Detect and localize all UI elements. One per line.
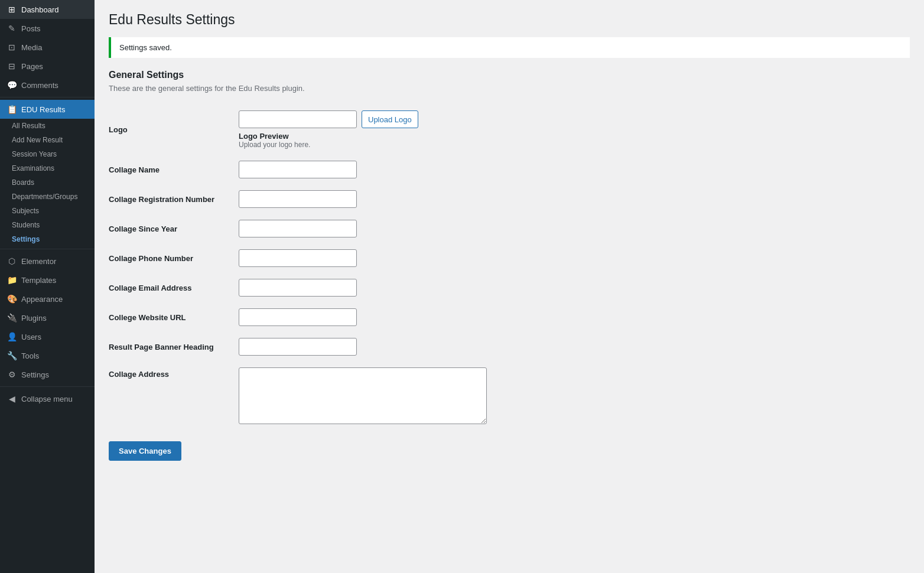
college-website-row: College Website URL [109,302,910,332]
collage-since-year-label: Collage Since Year [109,214,239,243]
sidebar-subitem-label: Session Years [12,150,57,158]
sidebar-subitem-label: Settings [12,235,40,243]
sidebar-subitem-departments-groups[interactable]: Departments/Groups [0,190,95,204]
sidebar-subitem-students[interactable]: Students [0,218,95,232]
appearance-icon: 🎨 [7,294,17,304]
sidebar-item-pages[interactable]: ⊟ Pages [0,57,95,76]
collage-registration-field-cell [239,184,910,214]
college-website-input[interactable] [239,308,357,326]
settings-icon: ⚙ [7,370,17,379]
sidebar-item-label: Posts [21,24,41,33]
sidebar-item-label: Collapse menu [21,395,73,403]
collage-registration-label: Collage Registration Number [109,184,239,214]
sidebar-subitem-label: Boards [12,178,34,187]
logo-input-row: Upload Logo [239,110,910,128]
sidebar-subitem-add-new-result[interactable]: Add New Result [0,133,95,147]
sidebar-item-label: Appearance [21,295,63,304]
logo-row: Logo Upload Logo Logo Preview Upload you… [109,105,910,155]
pages-icon: ⊟ [7,61,17,71]
sidebar-item-label: EDU Results [21,105,65,114]
notice-text: Settings saved. [119,43,172,52]
sidebar-item-dashboard[interactable]: ⊞ Dashboard [0,0,95,19]
result-banner-field-cell [239,332,910,362]
collage-since-year-row: Collage Since Year [109,214,910,243]
sidebar-item-collapse-menu[interactable]: ◀ Collapse menu [0,389,95,408]
collage-name-field-cell [239,155,910,184]
sidebar-subitem-label: All Results [12,122,45,130]
tools-icon: 🔧 [7,351,17,360]
sidebar-subitem-label: Students [12,221,40,229]
plugins-icon: 🔌 [7,313,17,323]
sidebar-item-label: Pages [21,62,43,71]
sidebar-subitem-examinations[interactable]: Examinations [0,161,95,175]
elementor-icon: ⬡ [7,256,17,266]
media-icon: ⊡ [7,43,17,52]
sidebar-item-comments[interactable]: 💬 Comments [0,76,95,95]
college-website-label: College Website URL [109,302,239,332]
section-title: General Settings [109,70,910,80]
sidebar-item-label: Dashboard [21,5,59,14]
collage-address-label: Collage Address [109,362,239,432]
sidebar-item-templates[interactable]: 📁 Templates [0,271,95,289]
collage-phone-input[interactable] [239,249,357,267]
logo-label: Logo [109,105,239,155]
result-banner-row: Result Page Banner Heading [109,332,910,362]
collage-since-year-input[interactable] [239,220,357,237]
logo-preview-label: Logo Preview [239,132,289,141]
collage-address-textarea[interactable] [239,367,487,424]
collage-name-input[interactable] [239,161,357,178]
sidebar-item-appearance[interactable]: 🎨 Appearance [0,289,95,308]
result-banner-input[interactable] [239,338,357,356]
sidebar-subitem-settings[interactable]: Settings [0,232,95,246]
sidebar-subitem-session-years[interactable]: Session Years [0,147,95,161]
collage-email-row: Collage Email Address [109,273,910,302]
collage-phone-field-cell [239,243,910,273]
collage-address-field-cell [239,362,910,432]
collage-phone-label: Collage Phone Number [109,243,239,273]
save-changes-button[interactable]: Save Changes [109,441,181,461]
sidebar-item-label: Comments [21,81,58,90]
sidebar-subitem-label: Add New Result [12,136,63,144]
sidebar-item-users[interactable]: 👤 Users [0,327,95,346]
upload-logo-button[interactable]: Upload Logo [362,110,418,128]
sidebar-item-label: Settings [21,370,49,379]
users-icon: 👤 [7,332,17,341]
section-description: These are the general settings for the E… [109,84,910,93]
edu-results-icon: 📋 [7,105,17,114]
logo-field-cell: Upload Logo Logo Preview Upload your log… [239,105,910,155]
templates-icon: 📁 [7,275,17,285]
sidebar-item-tools[interactable]: 🔧 Tools [0,346,95,365]
sidebar-item-plugins[interactable]: 🔌 Plugins [0,308,95,327]
sidebar-item-label: Elementor [21,257,56,266]
sidebar-item-settings[interactable]: ⚙ Settings [0,365,95,384]
sidebar-subitem-label: Examinations [12,164,54,172]
sidebar-subitem-all-results[interactable]: All Results [0,119,95,133]
collage-name-row: Collage Name [109,155,910,184]
sidebar-item-label: Users [21,333,41,341]
collage-registration-row: Collage Registration Number [109,184,910,214]
sidebar-item-label: Templates [21,276,56,285]
sidebar-subitem-boards[interactable]: Boards [0,175,95,190]
sidebar-item-edu-results[interactable]: 📋 EDU Results [0,100,95,119]
main-content: Edu Results Settings Settings saved. Gen… [95,0,924,573]
sidebar-item-elementor[interactable]: ⬡ Elementor [0,252,95,271]
posts-icon: ✎ [7,24,17,33]
sidebar-item-posts[interactable]: ✎ Posts [0,19,95,38]
collage-email-field-cell [239,273,910,302]
sidebar-subitem-label: Departments/Groups [12,193,77,201]
sidebar-item-media[interactable]: ⊡ Media [0,38,95,57]
logo-input[interactable] [239,110,357,128]
result-banner-label: Result Page Banner Heading [109,332,239,362]
sidebar: ⊞ Dashboard ✎ Posts ⊡ Media ⊟ Pages 💬 Co… [0,0,95,573]
collage-address-row: Collage Address [109,362,910,432]
notice-success: Settings saved. [109,37,910,58]
sidebar-subitem-subjects[interactable]: Subjects [0,204,95,218]
logo-preview: Logo Preview Upload your logo here. [239,132,910,149]
collage-email-input[interactable] [239,279,357,297]
page-title: Edu Results Settings [109,12,910,28]
collapse-icon: ◀ [7,394,17,403]
collage-email-label: Collage Email Address [109,273,239,302]
collage-since-year-field-cell [239,214,910,243]
logo-preview-text: Upload your logo here. [239,141,310,149]
collage-registration-input[interactable] [239,190,357,208]
